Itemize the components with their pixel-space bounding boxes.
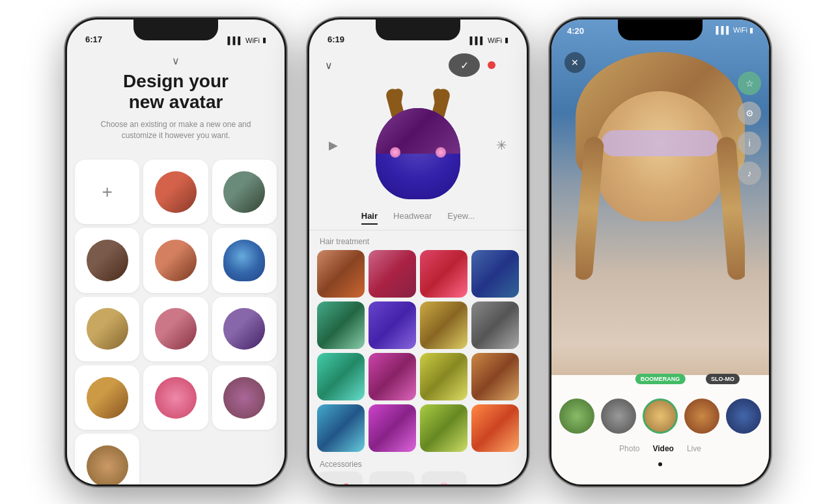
hair-color-7[interactable] [420,301,467,349]
accessories-row: 🎀 👒 🌸 [309,471,527,484]
hair-color-2[interactable] [369,250,416,298]
hair-color-5[interactable] [317,301,365,349]
avatar-cell-11[interactable] [212,365,277,430]
large-avatar-overlay [576,52,745,313]
info-button[interactable]: i [738,132,761,155]
hair-color-11[interactable] [420,353,467,400]
hair-color-15[interactable] [420,404,467,452]
side-buttons: ☆ ⚙ i ♪ [738,72,761,185]
record-dot [488,61,495,69]
add-avatar-button[interactable]: + [75,160,139,224]
hair-color-16[interactable] [471,404,519,452]
tab-hair[interactable]: Hair [361,211,378,225]
tab-headwear[interactable]: Headwear [393,211,432,225]
avatar-8 [223,308,265,350]
mode-photo[interactable]: Photo [619,444,639,453]
phone2-time: 6:19 [327,35,344,44]
avatar-cell-4[interactable] [143,228,208,292]
strip-avatar-2[interactable] [601,399,636,434]
wifi-icon: WiFi [245,36,260,44]
hair-color-10[interactable] [369,353,416,400]
mode-video[interactable]: Video [652,444,673,453]
close-icon: ✕ [571,57,579,68]
phone2-status-icons: ▌▌▌ WiFi ▮ [470,36,509,44]
avatar-preview-area: ▶ [309,82,527,208]
avatar-3d-preview [369,89,467,199]
mode-live[interactable]: Live [687,444,701,453]
strip-avatar-5[interactable] [726,399,761,434]
avatar-cell-12[interactable] [75,434,139,484]
avatar-cell-1[interactable] [143,160,208,224]
avatar-eye-right [436,147,446,158]
active-mode-dot [658,462,662,466]
avatar-strip [551,396,769,440]
close-button[interactable]: ✕ [564,52,585,73]
hair-color-grid [309,250,527,456]
avatar-face [376,108,460,199]
effects-icon: ☆ [745,78,754,89]
boomerang-badge: BOOMERANG [635,374,686,384]
phone1-time: 6:17 [85,35,102,44]
avatar-4 [155,240,197,281]
confirm-button[interactable]: ✓ [449,53,480,77]
hair-color-9[interactable] [317,353,365,400]
strip-avatar-1[interactable] [559,399,594,434]
play-icon[interactable]: ▶ [329,138,338,152]
avatar-2 [223,171,265,213]
hair-color-1[interactable] [317,250,365,298]
slo-mo-badge: SLO-MO [706,374,740,384]
accessory-3[interactable]: 🌸 [421,471,467,484]
phone-2: 6:19 ▌▌▌ WiFi ▮ ∨ ✓ ▶ [307,18,529,486]
hair-color-14[interactable] [369,404,416,452]
avatar-cell-2[interactable] [212,160,277,224]
signal-icon: ▌▌▌ [470,36,485,44]
back-chevron-icon[interactable]: ∨ [325,59,333,72]
avatar-9 [87,377,128,419]
phone2-content: ∨ ✓ ▶ [309,48,527,484]
accessory-2[interactable]: 👒 [369,471,415,484]
phone2-action-btns: ✓ [433,51,511,79]
accessories-label: Accessories [309,456,527,471]
hair-color-8[interactable] [471,301,519,349]
phone3-status-bar: 4:20 ▌▌▌ WiFi ▮ [551,26,769,36]
hair-color-6[interactable] [369,301,416,349]
accessory-1[interactable]: 🎀 [317,471,363,484]
avatar-grid: + [67,152,285,484]
phone1-notch [133,20,218,40]
avatar-cell-10[interactable] [143,365,208,430]
phone2-top-controls: ∨ ✓ [309,48,527,82]
settings-button[interactable]: ⚙ [738,102,761,125]
wifi-icon: WiFi [733,26,747,36]
avatar-cell-9[interactable] [75,365,139,430]
avatar-hair [376,108,460,154]
phone3-screen: 4:20 ▌▌▌ WiFi ▮ ✕ ☆ ⚙ i [551,20,769,484]
phone1-content: ∨ Design your new avatar Choose an exist… [67,48,285,484]
phone3-status-icons: ▌▌▌ WiFi ▮ [716,26,753,36]
effects-button[interactable]: ☆ [738,72,761,95]
battery-icon: ▮ [505,36,509,44]
wifi-icon: WiFi [488,36,502,44]
avatar-cell-6[interactable] [75,297,139,361]
hair-color-4[interactable] [471,250,519,298]
star-icon[interactable]: ✳ [496,137,507,153]
music-icon: ♪ [747,168,752,178]
avatar-cell-8[interactable] [212,297,277,361]
music-button[interactable]: ♪ [738,161,761,185]
battery-icon: ▮ [749,26,753,36]
avatar-cell-5[interactable] [212,228,277,292]
phone1-subtitle: Choose an existing or make a new one and… [80,119,272,141]
tab-eyewear[interactable]: Eyew... [447,211,475,225]
chevron-icon[interactable]: ∨ [80,55,272,67]
hair-color-3[interactable] [420,250,467,298]
avatar-cell-7[interactable] [143,297,208,361]
hair-color-13[interactable] [317,404,365,452]
hair-color-12[interactable] [471,353,519,400]
settings-icon: ⚙ [745,108,754,119]
strip-avatar-4[interactable] [684,399,719,434]
video-mode-badges: BOOMERANG SLO-MO [551,383,769,396]
avatar-7 [155,308,197,350]
strip-avatar-3-selected[interactable] [643,399,678,434]
avatar-cell-3[interactable] [75,228,139,292]
phones-container: 6:17 ▌▌▌ WiFi ▮ ∨ Design your new avatar… [0,0,836,504]
hair-category-tabs: Hair Headwear Eyew... [309,208,527,231]
